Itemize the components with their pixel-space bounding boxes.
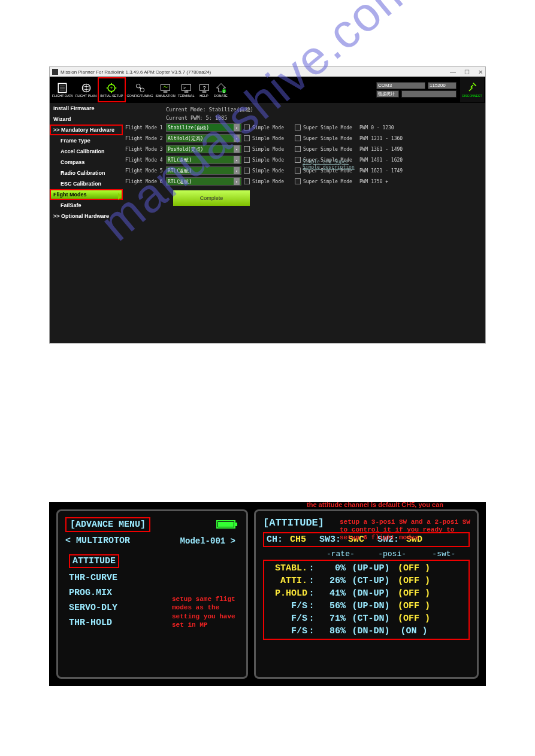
attitude-table: STABL. : 0% (UP-UP) (OFF )ATTI. : 26% (C… [263,560,470,640]
disconnect-button[interactable]: DISCONNECT [460,77,484,102]
swt-value: (OFF ) [396,601,432,611]
toolbar-flight-data[interactable]: FLIGHT DATA [51,77,74,102]
fm-select[interactable]: AltHold(定高)▾ [166,134,241,142]
fm-select[interactable]: RTL(返航)▾ [166,156,241,164]
svg-text:+: + [110,85,113,91]
chevron-down-icon: ▾ [234,156,240,163]
fm-label: Flight Mode 3 [125,147,164,152]
advance-menu-title: [ADVANCE MENU] [65,517,150,532]
app-icon [52,69,58,75]
sidebar-flight-modes[interactable]: Flight Modes [50,189,123,200]
simple-label: Simple Mode [252,157,284,163]
svg-rect-23 [235,523,237,526]
connection-panel: COM3 115200 链接统计 [376,82,457,98]
fm-select[interactable]: RTL(返航)▾ [166,166,241,175]
minimize-button[interactable]: — [450,69,456,75]
com-port-select[interactable]: COM3 [376,82,425,89]
simple-checkbox[interactable] [244,135,250,141]
simple-checkbox[interactable] [244,168,250,174]
mode-name: P.HOLD [264,588,307,599]
close-button[interactable]: ✕ [478,69,483,75]
plug-icon [466,82,478,94]
sidebar-accel-calibration[interactable]: Accel Calibration [50,146,123,157]
posi-value: (CT-UP) [346,576,396,586]
current-mode: Current Mode: Stabilize(自稳) [166,107,483,114]
simple-link-1[interactable]: Simple and Super [303,159,355,165]
flight-modes-panel: Current Mode: Stabilize(自稳) Current PWM:… [123,103,485,343]
chevron-down-icon: ▾ [234,124,240,131]
sidebar-compass[interactable]: Compass [50,157,123,168]
super-simple-checkbox[interactable] [295,168,301,174]
toolbar-help[interactable]: ?HELP [196,77,213,102]
pwm-range: PWM 1621 - 1749 [359,168,403,174]
fm-label: Flight Mode 4 [125,157,164,163]
titlebar: Mission Planner For Radiolink 1.3.49.6 A… [50,67,485,77]
attitude-row: ATTI. : 26% (CT-UP) (OFF ) [264,575,468,587]
sidebar-esc-calibration[interactable]: ESC Calibration [50,178,123,189]
simple-link-2[interactable]: Simple description [303,165,355,170]
stats-select[interactable] [401,90,457,98]
posi-value: (UP-DN) [346,601,396,611]
super-simple-label: Super Simple Mode [303,125,352,130]
flight-mode-row: Flight Mode 3 PosHold(定点)▾ Simple Mode S… [125,144,483,154]
stats-label: 链接统计 [376,90,399,98]
sidebar-wizard[interactable]: Wizard [50,114,123,125]
fm-select[interactable]: RTL(返航)▾ [166,177,241,186]
super-simple-checkbox[interactable] [295,178,301,184]
attitude-header: -rate- -posi- -swt- [263,549,470,558]
svg-point-10 [140,88,144,92]
complete-button[interactable]: Complete [173,190,250,206]
sidebar: Install Firmware Wizard >> Mandatory Har… [50,103,123,343]
rate-value: 56% [316,601,346,611]
posi-value: (DN-UP) [346,588,396,599]
sidebar-frame-type[interactable]: Frame Type [50,135,123,146]
mission-planner-window: Mission Planner For Radiolink 1.3.49.6 A… [49,66,486,344]
baud-select[interactable]: 115200 [428,82,457,89]
transmitter-screens: the attitude channel is default CH5, you… [49,502,486,686]
simple-checkbox[interactable] [244,125,250,130]
tx-right-panel: [ATTITUDE] setup a 3-posi SW and a 2-pos… [254,509,479,679]
super-simple-checkbox[interactable] [295,146,301,152]
flight-mode-row: Flight Mode 6 RTL(返航)▾ Simple Mode Super… [125,176,483,187]
fm-select[interactable]: Stabilize(自稳)▾ [166,123,241,132]
flight-mode-row: Flight Mode 2 AltHold(定高)▾ Simple Mode S… [125,133,483,144]
swt-value: (OFF ) [396,588,432,599]
fm-label: Flight Mode 2 [125,136,164,141]
simple-checkbox[interactable] [244,146,250,152]
sidebar-install-firmware[interactable]: Install Firmware [50,103,123,114]
mode-name: F/S [264,626,307,636]
sidebar-optional-hardware[interactable]: >> Optional Hardware [50,211,123,221]
toolbar-initial-setup[interactable]: +INITIAL SETUP [98,77,125,102]
attitude-row: P.HOLD : 41% (DN-UP) (OFF ) [264,587,468,600]
mode-name: F/S [264,614,307,624]
fm-select[interactable]: PosHold(定点)▾ [166,145,241,153]
sidebar-radio-calibration[interactable]: Radio Calibration [50,168,123,178]
toolbar-simulation[interactable]: SIMULATION [155,77,177,102]
svg-rect-24 [218,522,234,527]
attitude-row: F/S : 71% (CT-DN) (OFF ) [264,612,468,625]
pwm-range: PWM 1750 + [359,179,388,184]
svg-text:>_: >_ [183,86,188,90]
toolbar-flight-plan[interactable]: FLIGHT PLAN [74,77,98,102]
svg-text:$: $ [223,90,225,93]
toolbar-config-tuning[interactable]: CONFIG/TUNING [126,77,155,102]
model-selector[interactable]: Model-001 > [180,536,235,546]
super-simple-checkbox[interactable] [295,135,301,141]
toolbar-donate[interactable]: $DONATE [213,77,229,102]
window-title: Mission Planner For Radiolink 1.3.49.6 A… [61,69,211,75]
super-simple-checkbox[interactable] [295,125,301,130]
pwm-range: PWM 1231 - 1360 [359,136,403,141]
maximize-button[interactable]: ☐ [464,69,470,75]
chevron-down-icon: ▾ [234,135,240,142]
super-simple-checkbox[interactable] [295,157,301,163]
tx-menu-item[interactable]: THR-CURVE [65,570,239,585]
sidebar-mandatory-hardware[interactable]: >> Mandatory Hardware [50,125,123,135]
simple-checkbox[interactable] [244,157,250,163]
swt-value: (OFF ) [396,576,432,586]
tx-menu-item[interactable]: ATTITUDE [65,552,239,570]
ch-label: CH: [267,535,283,545]
sidebar-failsafe[interactable]: FailSafe [50,200,123,211]
ch-value[interactable]: CH5 [290,535,306,545]
toolbar-terminal[interactable]: >_TERMINAL [177,77,196,102]
simple-checkbox[interactable] [244,178,250,184]
